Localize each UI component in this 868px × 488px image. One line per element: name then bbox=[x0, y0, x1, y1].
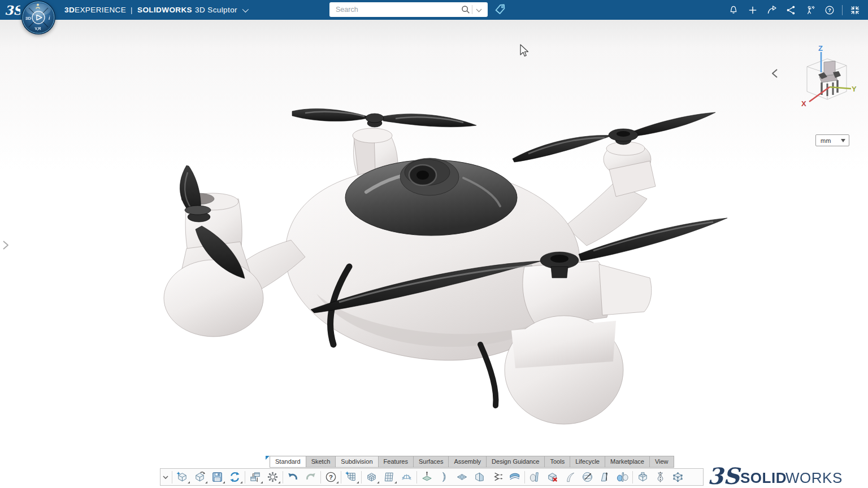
toolbar-separator bbox=[361, 471, 362, 483]
open-part-icon bbox=[193, 470, 206, 483]
convert-to-subdivision-button[interactable] bbox=[342, 469, 360, 485]
notifications-bell-icon[interactable] bbox=[725, 2, 742, 19]
topbar-actions: ? bbox=[725, 0, 863, 20]
new-part-icon bbox=[176, 470, 189, 483]
subdivision-mesh-button[interactable] bbox=[398, 469, 415, 485]
tab-marketplace[interactable]: Marketplace bbox=[605, 456, 649, 468]
subdivision-plane-button[interactable] bbox=[380, 469, 398, 485]
sync-update-icon bbox=[228, 470, 241, 483]
drone-model-render[interactable] bbox=[0, 20, 868, 488]
undo-button[interactable] bbox=[284, 469, 302, 485]
bend-surface-icon bbox=[438, 470, 451, 483]
tab-bar-corner-marker bbox=[266, 456, 270, 460]
pull-face-button[interactable] bbox=[418, 469, 436, 485]
flex-bend-icon bbox=[563, 470, 576, 483]
compass-3d-quadrant[interactable]: 3D bbox=[25, 16, 31, 21]
assistance-icon[interactable] bbox=[802, 2, 819, 19]
sphere-deform-button[interactable] bbox=[579, 469, 596, 485]
transfer-content-button[interactable] bbox=[246, 469, 264, 485]
bend-surface-button[interactable] bbox=[436, 469, 453, 485]
tab-subdivision[interactable]: Subdivision bbox=[335, 456, 377, 468]
3dexperience-compass[interactable]: 3D i V,R bbox=[21, 0, 56, 35]
toolbar-separator bbox=[245, 471, 245, 483]
save-button[interactable] bbox=[209, 469, 226, 485]
tab-design-guidance[interactable]: Design Guidance bbox=[486, 456, 544, 468]
title-divider: | bbox=[131, 6, 133, 14]
save-icon bbox=[211, 470, 224, 483]
dassault-3ds-logo[interactable]: 3S bbox=[3, 2, 20, 19]
tab-standard[interactable]: Standard bbox=[270, 456, 306, 468]
toolbar-separator bbox=[283, 471, 283, 483]
symmetry-body-icon bbox=[654, 470, 667, 483]
axis-y-label: Y bbox=[852, 85, 857, 93]
command-tab-bar: StandardSketchSubdivisionFeaturesSurface… bbox=[266, 456, 674, 468]
mirror-copy-button[interactable] bbox=[614, 469, 631, 485]
search-options-chevron-icon[interactable] bbox=[476, 6, 482, 12]
tab-surfaces[interactable]: Surfaces bbox=[413, 456, 448, 468]
exit-fullscreen-icon[interactable] bbox=[847, 2, 863, 19]
search-box[interactable] bbox=[329, 2, 488, 17]
search-icon[interactable] bbox=[461, 5, 471, 15]
svg-text:?: ? bbox=[329, 474, 333, 481]
tab-view[interactable]: View bbox=[649, 456, 674, 468]
axis-x-label: X bbox=[801, 99, 806, 108]
help-question-icon: ? bbox=[324, 470, 337, 483]
toolbar-separator bbox=[320, 471, 321, 483]
combine-bodies-button[interactable] bbox=[634, 469, 652, 485]
toolbar-separator bbox=[416, 471, 417, 483]
control-cage-button[interactable] bbox=[669, 469, 687, 485]
svg-text:3S: 3S bbox=[708, 463, 741, 488]
delete-body-button[interactable] bbox=[544, 469, 561, 485]
inset-face-button[interactable] bbox=[453, 469, 471, 485]
tab-features[interactable]: Features bbox=[378, 456, 413, 468]
topbar-divider bbox=[842, 5, 843, 15]
view-cube[interactable]: Z Y X bbox=[795, 45, 857, 113]
crease-edges-button[interactable] bbox=[471, 469, 488, 485]
tag-icon[interactable] bbox=[493, 2, 507, 17]
combine-bodies-icon bbox=[636, 470, 649, 483]
flex-bend-button[interactable] bbox=[561, 469, 579, 485]
compass-vr-quadrant[interactable]: V,R bbox=[35, 27, 41, 31]
open-part-button[interactable] bbox=[191, 469, 209, 485]
toolbar-separator bbox=[341, 471, 341, 483]
redo-button[interactable] bbox=[302, 469, 319, 485]
new-part-button[interactable] bbox=[173, 469, 191, 485]
viewcube-collapse-chevron-left-icon[interactable] bbox=[770, 68, 779, 79]
app-switcher-chevron-icon[interactable] bbox=[242, 6, 249, 12]
search-divider bbox=[472, 5, 472, 14]
convert-to-subdivision-icon bbox=[345, 470, 358, 483]
share-network-icon[interactable] bbox=[783, 2, 800, 19]
app-name[interactable]: 3D Sculptor bbox=[195, 6, 237, 14]
options-gear-button[interactable] bbox=[264, 469, 281, 485]
thicken-surface-button[interactable] bbox=[506, 469, 523, 485]
3d-viewport[interactable]: Z Y X mm 3S SOLID WORKS StandardSketchSu… bbox=[0, 20, 868, 488]
tab-lifecycle[interactable]: Lifecycle bbox=[570, 456, 605, 468]
add-content-icon[interactable] bbox=[744, 2, 761, 19]
tab-sketch[interactable]: Sketch bbox=[306, 456, 336, 468]
tab-assembly[interactable]: Assembly bbox=[448, 456, 486, 468]
subdivision-box-button[interactable] bbox=[363, 469, 380, 485]
mirror-copy-icon bbox=[616, 470, 629, 483]
mirror-trim-button[interactable] bbox=[526, 469, 544, 485]
control-cage-icon bbox=[671, 470, 684, 483]
help-question-button[interactable]: ? bbox=[322, 469, 340, 485]
panel-expand-chevron-right-icon[interactable] bbox=[1, 239, 10, 251]
match-edges-button[interactable] bbox=[488, 469, 506, 485]
top-app-bar: 3S 3DEXPERIENCE | SOLIDWORKS 3D Sculptor… bbox=[0, 0, 868, 20]
match-edges-icon bbox=[491, 470, 504, 483]
tab-tools[interactable]: Tools bbox=[544, 456, 570, 468]
shear-face-icon bbox=[598, 470, 611, 483]
search-input[interactable] bbox=[335, 5, 461, 14]
toolbar-expand-chevron-down-icon[interactable] bbox=[160, 470, 171, 485]
symmetry-body-button[interactable] bbox=[652, 469, 669, 485]
share-forward-icon[interactable] bbox=[763, 2, 780, 19]
compass-play-button[interactable] bbox=[32, 11, 45, 24]
subdivision-box-icon bbox=[365, 470, 378, 483]
shear-face-button[interactable] bbox=[596, 469, 614, 485]
sphere-deform-icon bbox=[581, 470, 594, 483]
subdivision-plane-icon bbox=[383, 470, 396, 483]
sync-update-button[interactable] bbox=[226, 469, 244, 485]
units-dropdown[interactable]: mm bbox=[815, 134, 849, 146]
delete-body-icon bbox=[546, 470, 559, 483]
help-icon[interactable]: ? bbox=[821, 2, 838, 19]
